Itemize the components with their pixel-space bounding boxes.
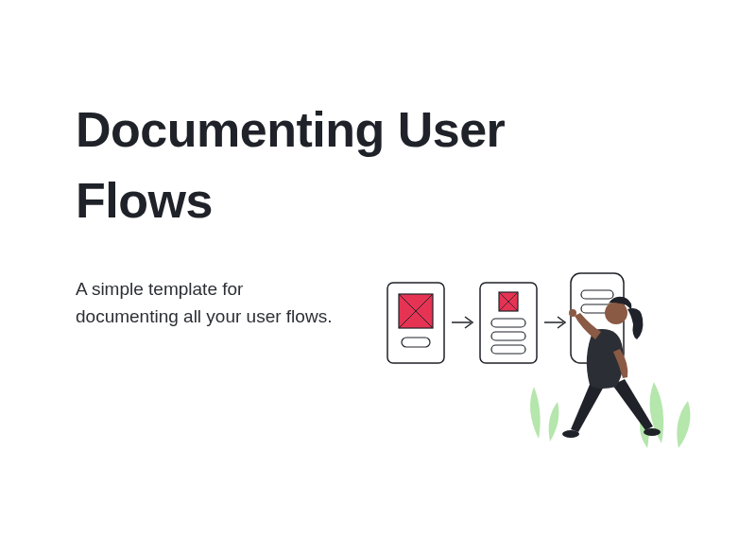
page-title: Documenting User Flows: [76, 95, 605, 237]
arrow-1-icon: [452, 317, 472, 328]
plant-left-icon: [530, 387, 558, 442]
flow-card-1: [387, 283, 444, 363]
svg-rect-11: [491, 332, 525, 340]
person-illustration: [562, 297, 661, 438]
svg-point-17: [644, 428, 661, 436]
flow-card-2: [480, 283, 537, 363]
hero-illustration: [378, 254, 718, 462]
svg-point-19: [569, 309, 576, 317]
svg-point-20: [605, 302, 627, 324]
svg-rect-15: [581, 290, 613, 299]
arrow-2-icon: [544, 317, 565, 328]
svg-rect-4: [402, 338, 430, 347]
svg-point-18: [562, 430, 579, 438]
svg-rect-12: [491, 345, 525, 354]
page-subtitle: A simple template for documenting all yo…: [76, 275, 340, 331]
plant-right-icon: [640, 382, 691, 448]
svg-rect-10: [491, 319, 525, 327]
